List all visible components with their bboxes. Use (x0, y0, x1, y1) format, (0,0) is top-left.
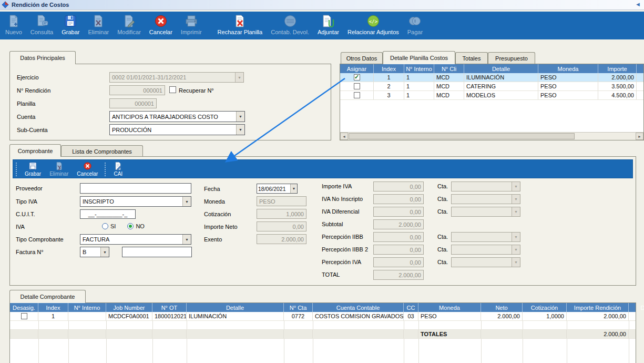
corner-nav-icon[interactable]: ◄ (635, 1, 641, 7)
cuenta-combobox[interactable]: ANTICIPOS A TRABAJADORES COSTO ▼ (109, 111, 245, 122)
column-header-n-interno[interactable]: N° Interno (404, 64, 434, 73)
new-document-icon (7, 14, 21, 28)
asignar-checkbox[interactable] (354, 74, 360, 80)
column-header-desasig[interactable]: Desasig. (10, 303, 38, 312)
column-header-job-number[interactable]: Job Number (106, 303, 152, 312)
column-header-importe[interactable]: Importe (598, 64, 637, 73)
tab-presupuesto[interactable]: Presupuesto (488, 52, 535, 64)
column-header-index[interactable]: Index (38, 303, 68, 312)
cancel-icon (154, 14, 168, 28)
column-header-n-interno[interactable]: N° Interno (68, 303, 106, 312)
comprobante-grabar-button[interactable]: Grabar (21, 160, 45, 177)
toolbar-button-cancelar[interactable]: Cancelar (145, 13, 177, 35)
toolbar-button-label: Adjuntar (318, 29, 339, 35)
planilla-value: 000001 (135, 100, 154, 107)
cotizacion-label: Cotización (204, 211, 231, 217)
tab-otros-datos[interactable]: Otros Datos (341, 52, 383, 64)
comprobante-toolbar: Grabar Eliminar Cancelar CAI (13, 159, 633, 178)
tab-detalle-planilla-costos[interactable]: Detalle Planilla Costos (383, 51, 455, 64)
cell-n-cli: MCD (434, 73, 464, 82)
scroll-right-icon[interactable]: ► (636, 133, 643, 140)
tipo-comprobante-combobox[interactable]: FACTURA ▼ (80, 234, 191, 245)
toolbar-button-label: Grabar (62, 29, 79, 35)
column-header-detalle[interactable]: Detalle (187, 303, 284, 312)
column-header-cut[interactable]: Da (629, 303, 644, 312)
tipo-iva-combobox[interactable]: INSCRIPTO ▼ (80, 196, 191, 207)
column-header-cut[interactable]: Co (637, 64, 644, 73)
cell-n-cli: MCD (434, 82, 464, 90)
scroll-left-icon[interactable]: ◄ (340, 133, 348, 140)
column-header-n-cta[interactable]: N° Cta (284, 303, 313, 312)
column-header-cc[interactable]: CC (404, 303, 418, 312)
table-row[interactable]: 1 MCDCF0A0001 1800012021 ILUMINACIÓN 077… (10, 312, 636, 321)
chevron-down-icon: ▼ (100, 247, 109, 257)
cell-index: 3 (374, 91, 404, 99)
column-header-cotizacion[interactable]: Cotización (523, 303, 567, 312)
asignar-checkbox[interactable] (354, 83, 360, 89)
column-header-asignar[interactable]: Asignar (340, 64, 374, 73)
proveedor-input[interactable] (80, 183, 191, 194)
iva-no-inscripto-cta-combobox: ▼ (451, 194, 520, 204)
exento-input: 2.000,00 (257, 234, 306, 244)
total-label: TOTAL (322, 271, 340, 278)
column-header-moneda[interactable]: Moneda (538, 64, 598, 73)
iva-no-radio[interactable] (127, 223, 134, 229)
horizontal-scrollbar[interactable]: ◄ ► (340, 132, 643, 140)
subcuenta-value: PRODUCCIÓN (110, 125, 236, 135)
svg-text:</>: </> (369, 19, 378, 24)
toolbar-button-label: Consulta (30, 29, 53, 35)
toolbar-button-eliminar: Eliminar (84, 13, 113, 35)
asignar-checkbox[interactable] (354, 92, 360, 98)
iva-no-inscripto-input: 0,00 (373, 194, 424, 204)
iva-no-inscripto-value: 0,00 (410, 196, 421, 203)
tipo-iva-label: Tipo IVA (16, 198, 37, 205)
tab-comprobante[interactable]: Comprobante (9, 144, 61, 157)
comprobante-cancelar-button[interactable]: Cancelar (73, 160, 102, 177)
comprobante-cai-button[interactable]: CAI (109, 160, 127, 177)
exento-value: 2.000,00 (281, 236, 304, 243)
scrollbar-thumb[interactable] (349, 133, 575, 139)
tab-lista-comprobantes[interactable]: Lista de Comprobantes (61, 145, 143, 157)
edit-pencil-icon (122, 14, 136, 28)
column-header-moneda[interactable]: Moneda (418, 303, 481, 312)
iva-si-radio[interactable] (102, 223, 108, 229)
percepcion-iva-label: Percepción IVA (322, 259, 361, 265)
cta-label: Cta. (437, 234, 448, 240)
factura-numero-input[interactable] (122, 247, 192, 257)
toolbar-button-nuevo: Nuevo (1, 13, 26, 35)
chevron-down-icon: ▼ (512, 245, 520, 254)
recuperar-checkbox[interactable] (169, 86, 176, 93)
desasig-checkbox[interactable] (21, 313, 27, 319)
column-header-neto[interactable]: Neto (481, 303, 523, 312)
toolbar-button-label: Cancelar (149, 29, 172, 35)
cell-cuenta-contable: COSTOS COMISION GRAVADOS (313, 312, 404, 320)
toolbar-button-rechazar-planilla[interactable]: Rechazar Planilla (213, 13, 267, 35)
toolbar-button-relacionar-adjuntos[interactable]: </> Relacionar Adjuntos (343, 13, 403, 35)
cuit-input[interactable]: __-________-_ (80, 209, 136, 219)
cell-neto: 2.000,00 (481, 312, 523, 320)
column-header-cuenta-contable[interactable]: Cuenta Contable (313, 303, 404, 312)
toolbar-button-grabar[interactable]: Grabar (57, 13, 84, 35)
tab-detalle-comprobante[interactable]: Detalle Comprobante (9, 290, 86, 303)
table-row[interactable]: 1 1 MCD ILUMINACIÓN PESO 2.000,00 (340, 73, 643, 82)
chevron-down-icon: ▼ (182, 197, 191, 206)
table-row[interactable]: 3 1 MCD MODELOS PESO 4.500,00 (340, 91, 643, 100)
subcuenta-combobox[interactable]: PRODUCCIÓN ▼ (109, 124, 245, 135)
table-row[interactable]: 2 1 MCD CATERING PESO 3.500,00 (340, 82, 643, 91)
cta-label: Cta. (437, 208, 448, 215)
cuit-label: C.U.I.T. (16, 211, 35, 217)
tab-datos-principales[interactable]: Datos Principales (9, 51, 76, 64)
tab-label: Detalle Comprobante (21, 294, 75, 300)
iva-radio-group: SI NO (102, 223, 145, 229)
column-header-n-ot[interactable]: N° OT (152, 303, 187, 312)
column-header-importe-rendicion[interactable]: Importe Rendición (567, 303, 629, 312)
total-value: 2.000,00 (398, 272, 421, 278)
column-header-detalle[interactable]: Detalle (464, 64, 538, 73)
tab-totales[interactable]: Totales (455, 52, 488, 64)
column-header-index[interactable]: Index (374, 64, 404, 73)
column-header-n-cli[interactable]: N° Cli (434, 64, 464, 73)
fecha-datepicker[interactable]: 18/06/2021 ▼ (257, 184, 298, 194)
factura-letra-combobox[interactable]: B ▼ (80, 247, 109, 257)
toolbar-button-adjuntar[interactable]: Adjuntar (313, 13, 343, 35)
rendicion-input: 000001 (109, 85, 165, 95)
